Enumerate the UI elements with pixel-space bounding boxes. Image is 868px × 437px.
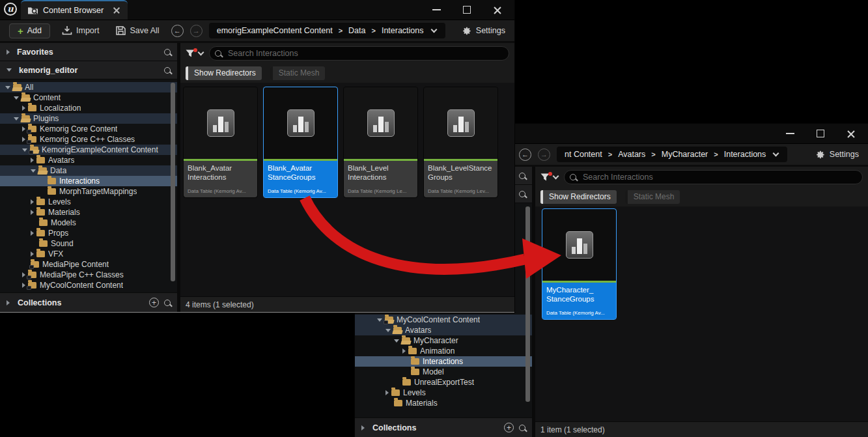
back-arrow-icon[interactable] [171,25,184,37]
breadcrumb-item-avatars[interactable]: Avatars [618,150,645,159]
chevron-right-icon[interactable] [31,199,34,204]
chevron-right-icon[interactable] [22,283,25,288]
chevron-right-icon[interactable] [7,49,10,55]
add-button[interactable]: + Add [9,23,50,38]
breadcrumb-item-interactions[interactable]: Interactions [382,26,424,35]
scrollbar-thumb[interactable] [525,206,530,402]
back-arrow-icon[interactable] [519,148,531,161]
tree-item-data[interactable]: Data [0,165,177,176]
chevron-right-icon[interactable] [31,158,34,163]
chevron-right-icon[interactable] [22,137,25,142]
chevron-right-icon[interactable] [402,348,406,354]
filter-chip-show-redirectors[interactable]: Show Redirectors [540,190,617,204]
search-icon[interactable] [164,67,171,74]
minimize-icon[interactable] [432,9,441,10]
tree-item-morphtargetmappings[interactable]: MorphTargetMappings [0,186,177,197]
collections-footer[interactable]: Collections [0,292,177,312]
breadcrumb-item-interactions[interactable]: Interactions [724,150,766,159]
chevron-right-icon[interactable] [31,231,34,236]
tree-item-mycharacter[interactable]: MyCharacter [355,335,532,346]
tab-content-browser[interactable]: Content Browser [21,0,128,20]
breadcrumb-item-kemorigexamplecontent-content[interactable]: KemorigExampleContent Content [217,26,333,35]
tree-item-models[interactable]: Models [0,218,177,228]
search-icon[interactable] [519,173,525,179]
chevron-down-icon[interactable] [31,169,36,173]
chevron-right-icon[interactable] [385,390,389,395]
breadcrumb-item-data[interactable]: Data [348,26,365,35]
tree-item-materials[interactable]: Materials [0,207,177,218]
chevron-down-icon[interactable] [198,49,204,56]
chevron-right-icon[interactable] [22,126,25,132]
tree-item-localization[interactable]: Localization [0,103,177,113]
asset-tile-blank-levelstance[interactable]: Blank_LevelStance GroupsData Table (Kemo… [424,87,497,197]
chevron-right-icon[interactable] [7,300,10,305]
maximize-icon[interactable] [817,130,824,137]
tree-item-kemorig-core-c-classes[interactable]: Kemorig Core C++ Classes [0,134,177,145]
settings-button[interactable]: Settings [815,150,859,160]
chevron-down-icon[interactable] [7,68,12,72]
filter-funnel-icon[interactable] [186,49,203,57]
filter-funnel-icon[interactable] [540,173,558,181]
tree-item-animation[interactable]: Animation [355,346,532,356]
tree-item-interactions[interactable]: Interactions [0,176,177,186]
breadcrumb-item-mycharacter[interactable]: MyCharacter [662,150,708,159]
filter-chip-show-redirectors[interactable]: Show Redirectors [186,66,262,80]
chevron-down-icon[interactable] [773,150,779,156]
tree-item-levels[interactable]: Levels [355,388,532,398]
tree-item-avatars[interactable]: Avatars [0,155,177,165]
tree-item-levels[interactable]: Levels [0,197,177,207]
chevron-down-icon[interactable] [394,339,399,343]
tree-item-kemorigexamplecontent-content[interactable]: KemorigExampleContent Content [0,145,177,155]
chevron-down-icon[interactable] [14,96,19,100]
tree-item-sound[interactable]: Sound [0,238,177,249]
settings-button[interactable]: Settings [462,26,505,36]
filter-chip-static-mesh[interactable]: Static Mesh [625,190,680,204]
tree-item-plugins[interactable]: Plugins [0,113,177,124]
search-icon[interactable] [164,49,171,55]
tree-item-avatars[interactable]: Avatars [355,325,532,335]
chevron-right-icon[interactable] [22,106,25,111]
maximize-icon[interactable] [463,6,471,14]
chevron-right-icon[interactable] [31,210,34,215]
search-input[interactable] [209,46,509,61]
tree-item-all[interactable]: All [0,82,177,92]
tab-close-icon[interactable] [113,7,120,14]
close-icon[interactable] [493,6,501,14]
tree-item-vfx[interactable]: VFX [0,249,177,259]
breadcrumb-item-nt-content[interactable]: nt Content [565,150,602,159]
tree-item-model[interactable]: Model [355,367,532,377]
minimize-icon[interactable] [786,133,794,134]
chevron-right-icon[interactable] [361,425,365,430]
collections-footer[interactable]: Collections [355,417,532,437]
source-header[interactable]: kemorig_editor [0,61,177,79]
add-collection-icon[interactable] [149,298,159,307]
forward-arrow-icon[interactable] [190,25,203,37]
forward-arrow-icon[interactable] [538,148,550,161]
tree-item-kemorig-core-content[interactable]: Kemorig Core Content [0,124,177,134]
tree-item-materials[interactable]: Materials [355,398,532,408]
tree-item-mediapipe-content[interactable]: MediaPipe Content [0,259,177,270]
tree-item-mediapipe-c-classes[interactable]: MediaPipe C++ Classes [0,270,177,280]
asset-tile-blank-level[interactable]: Blank_Level InteractionsData Table (Kemo… [344,87,417,197]
chevron-right-icon[interactable] [31,251,34,257]
tree-item-mycoolcontent-content[interactable]: MyCoolContent Content [355,315,532,325]
chevron-down-icon[interactable] [385,329,391,332]
add-collection-icon[interactable] [504,423,514,432]
tree-item-props[interactable]: Props [0,228,177,238]
asset-tile-blank-avatar[interactable]: Blank_Avatar InteractionsData Table (Kem… [184,87,257,197]
asset-tile-mycharacter[interactable]: MyCharacter_ StanceGroupsData Table (Kem… [542,209,616,319]
tree-item-mycoolcontent-content[interactable]: MyCoolContent Content [0,280,177,290]
chevron-right-icon[interactable] [22,272,25,277]
tree-item-unrealexporttest[interactable]: UnrealExportTest [355,377,532,388]
chevron-down-icon[interactable] [377,318,382,322]
filter-chip-static-mesh[interactable]: Static Mesh [270,66,326,80]
scrollbar-thumb[interactable] [171,83,175,281]
chevron-down-icon[interactable] [430,26,437,33]
favorites-header[interactable]: Favorites [0,43,177,61]
search-icon[interactable] [519,191,525,197]
save-all-button[interactable]: Save All [111,26,164,35]
titlebar[interactable]: Content Browser [0,0,514,20]
chevron-down-icon[interactable] [22,148,27,152]
search-icon[interactable] [164,300,171,306]
tree-item-interactions[interactable]: Interactions [355,356,532,367]
